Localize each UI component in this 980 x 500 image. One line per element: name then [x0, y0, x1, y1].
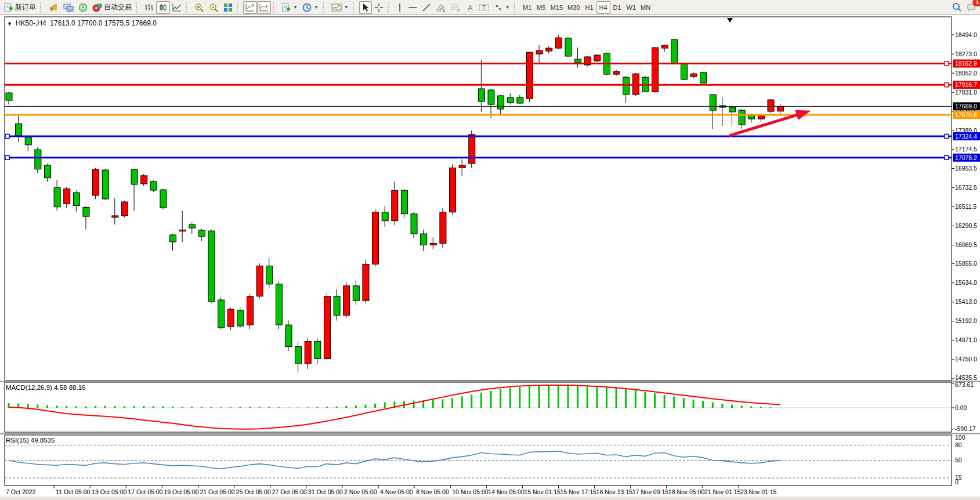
price-tick-label: 17174.5 — [955, 146, 977, 153]
bull-candle — [690, 74, 697, 77]
bear-candle — [498, 96, 504, 109]
timeframe-button-mn[interactable]: MN — [638, 1, 653, 14]
equidistant-channel-icon: E — [436, 3, 446, 12]
bar-chart-button[interactable] — [142, 1, 156, 14]
toolbar-separator — [323, 2, 327, 13]
axis-price-label: 17570.6 — [953, 111, 980, 119]
chart-window: 18494.018273.018052.017831.017610.517389… — [0, 15, 980, 500]
new-order-button[interactable]: 新订单 — [1, 1, 38, 14]
bull-candle — [363, 264, 369, 300]
cursor-button[interactable] — [359, 1, 372, 14]
arrows-icon — [494, 3, 503, 12]
trendline-button[interactable] — [420, 1, 433, 14]
bear-candle — [421, 234, 427, 245]
svg-text:17669.0: 17669.0 — [955, 103, 977, 110]
bull-candle — [661, 45, 668, 48]
bear-candle — [488, 90, 494, 104]
line-handle[interactable] — [945, 134, 949, 138]
date-tick-label: 18 Nov 05:00 — [668, 488, 705, 495]
zoom-in-button[interactable] — [192, 1, 207, 14]
dropdown-caret-icon: ▼ — [344, 5, 349, 10]
price-tick-label: 18273.0 — [955, 50, 977, 57]
bull-candle — [373, 212, 379, 265]
tile-windows-icon — [223, 3, 233, 12]
price-tick-label: 15634.0 — [955, 279, 977, 286]
timeframe-button-h4[interactable]: H4 — [596, 1, 610, 14]
line-handle[interactable] — [945, 83, 949, 87]
bull-candle — [93, 169, 99, 195]
chart-symbol-header: ▼HK50-,H4 17613.0 17700.0 17575.5 17669.… — [7, 19, 157, 27]
signal-button[interactable] — [76, 1, 90, 14]
date-tick-label: 21 Nov 01:15 — [704, 488, 741, 495]
shift-end-button[interactable] — [243, 1, 257, 14]
date-tick-label: 31 Oct 05:00 — [308, 488, 343, 495]
horizontal-line-button[interactable] — [406, 1, 420, 14]
line-handle[interactable] — [5, 134, 9, 138]
terminals-button[interactable] — [61, 1, 76, 14]
new-order-label: 新订单 — [15, 2, 36, 12]
bear-candle — [401, 190, 407, 213]
timeframe-button-m15[interactable]: M15 — [548, 1, 565, 14]
zoom-out-button[interactable] — [207, 1, 221, 14]
shift-end-icon — [245, 3, 255, 12]
date-tick-label: 21 Oct 05:00 — [200, 488, 235, 495]
price-tick-label: 18494.0 — [955, 31, 977, 38]
bull-candle — [526, 52, 533, 99]
search-button[interactable] — [950, 1, 964, 14]
toolbar-separator — [40, 2, 45, 13]
line-handle[interactable] — [945, 61, 949, 66]
bear-candle — [739, 110, 745, 125]
fibonacci-button[interactable]: F — [449, 1, 464, 14]
bull-candle — [141, 176, 147, 184]
label-T-icon: T — [479, 3, 489, 12]
indicators-icon — [281, 3, 291, 12]
timeframe-button-d1[interactable]: D1 — [610, 1, 624, 14]
timeframe-button-h1[interactable]: H1 — [583, 1, 596, 14]
bear-candle — [266, 266, 273, 284]
macd-indicator-label: MACD(12,26,9) 4.58 88.16 — [6, 384, 85, 391]
arrows-menu-button[interactable]: ▼ — [491, 1, 512, 14]
collapse-triangle-icon[interactable]: ▼ — [7, 21, 12, 27]
signal-rings-icon — [78, 3, 88, 12]
text-button[interactable]: A — [464, 1, 476, 14]
text-label-button[interactable]: T — [476, 1, 491, 14]
macd-signal-value: 88.16 — [69, 384, 86, 391]
timeframe-button-w1[interactable]: W1 — [624, 1, 639, 14]
ohlc-high: 17700.0 — [77, 19, 102, 27]
announcement-button[interactable] — [46, 1, 61, 14]
price-chart-canvas[interactable]: 18494.018273.018052.017831.017610.517389… — [0, 15, 980, 500]
price-tick-label: 18052.0 — [955, 70, 977, 77]
auto-scroll-button[interactable] — [257, 1, 271, 14]
bull-candle — [536, 50, 543, 54]
mt4-window: 新订单 自动交易 — [0, 0, 980, 500]
candlestick-chart-button[interactable] — [156, 1, 170, 14]
autotrade-label: 自动交易 — [104, 2, 132, 12]
chart-template-button[interactable]: ▼ — [329, 1, 351, 14]
crosshair-button[interactable] — [372, 1, 386, 14]
date-tick-label: 2 Nov 05:00 — [344, 488, 377, 495]
indicators-button[interactable]: ▼ — [279, 1, 300, 14]
bear-candle — [276, 284, 282, 325]
svg-text:17078.2: 17078.2 — [955, 154, 977, 161]
tile-windows-button[interactable] — [221, 1, 235, 14]
price-tick-label: 14971.0 — [955, 336, 977, 343]
line-chart-button[interactable] — [170, 1, 184, 14]
autotrade-button[interactable]: 自动交易 — [90, 1, 134, 14]
channel-button[interactable]: E — [433, 1, 449, 14]
bull-candle — [179, 230, 186, 231]
timeframe-button-m30[interactable]: M30 — [565, 1, 582, 14]
macd-axis-label: -590.17 — [955, 425, 976, 432]
notification-badge: 1 — [972, 0, 980, 6]
svg-text:17916.7: 17916.7 — [955, 81, 977, 88]
bear-candle — [575, 59, 581, 63]
periods-button[interactable]: ▼ — [300, 1, 321, 14]
line-handle[interactable] — [945, 155, 949, 160]
dropdown-caret-icon: ▼ — [314, 5, 319, 10]
date-tick-label: 16 Nov 13:15 — [596, 488, 633, 495]
line-handle[interactable] — [5, 155, 9, 160]
vertical-line-button[interactable] — [394, 1, 406, 14]
price-tick-label: 16290.5 — [955, 222, 977, 229]
timeframe-button-m1[interactable]: M1 — [520, 1, 534, 14]
date-tick-label: 17 Nov 09:15 — [632, 488, 669, 495]
timeframe-button-m5[interactable]: M5 — [534, 1, 548, 14]
